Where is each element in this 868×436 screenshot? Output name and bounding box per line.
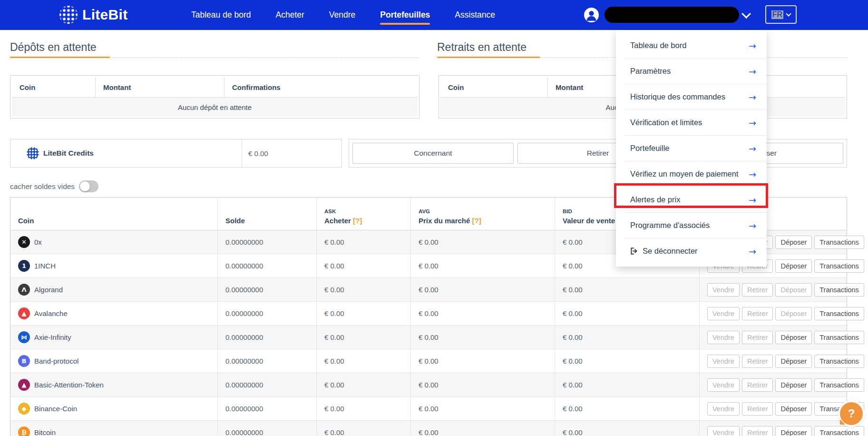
nav-vendre[interactable]: Vendre (329, 10, 355, 20)
transactions-button[interactable]: Transactions (814, 426, 864, 436)
coin-name: Basic-Attention-Token (34, 381, 104, 389)
transactions-button[interactable]: Transactions (814, 307, 864, 320)
withdraw-button[interactable]: Retirer (742, 426, 773, 436)
coin-cell: ΛAlgorand (10, 278, 218, 301)
sell-value-cell: € 0.00 (555, 302, 700, 325)
actions-cell: VendreRetirerDéposerTransactions (700, 278, 868, 301)
withdraw-button[interactable]: Retirer (742, 331, 773, 344)
withdrawals-section-title: Retraits en attente (437, 41, 527, 54)
transactions-button[interactable]: Transactions (814, 378, 864, 392)
table-row-band-protocol: BBand-protocol0.00000000€ 0.00€ 0.00€ 0.… (10, 349, 847, 373)
litebit-credits-balance: € 0.00 (242, 139, 268, 167)
user-avatar-icon[interactable] (584, 8, 599, 22)
withdraw-button[interactable]: Retirer (742, 307, 773, 320)
withdraw-button[interactable]: Retirer (742, 355, 773, 368)
bitcoin-icon: ₿ (18, 426, 30, 436)
sell-button[interactable]: Vendre (707, 426, 740, 436)
coin-header-label: Coin (18, 217, 217, 225)
nav-assistance[interactable]: Assistance (455, 10, 495, 20)
withdraw-button[interactable]: Retirer (742, 283, 773, 297)
menu-item-programme-d-associes[interactable]: Programme d'associés→ (616, 213, 767, 238)
deposit-button[interactable]: Déposer (775, 236, 812, 249)
column-header-acheter: ASK Acheter [?] (317, 198, 411, 230)
hide-empty-balances-label: cacher soldes vides (10, 182, 75, 191)
actions-cell: VendreRetirerDéposerTransactions (700, 302, 868, 325)
buy-price-cell: € 0.00 (317, 302, 411, 325)
language-selector[interactable]: FR (765, 5, 797, 24)
deposit-button[interactable]: Déposer (775, 378, 812, 392)
sell-button[interactable]: Vendre (707, 402, 740, 416)
sell-button[interactable]: Vendre (707, 307, 740, 320)
column-header-coin: Coin (12, 77, 96, 97)
transactions-button[interactable]: Transactions (814, 236, 864, 249)
sell-button[interactable]: Vendre (707, 378, 740, 392)
deposit-button[interactable]: Déposer (775, 426, 812, 436)
menu-item-verification-et-limites[interactable]: Vérification et limites→ (616, 110, 767, 135)
market-price-cell: € 0.00 (411, 254, 555, 277)
menu-item-parametres[interactable]: Paramètres→ (616, 59, 767, 84)
menu-item-label: Vérifiez un moyen de paiement (630, 169, 749, 178)
nav-acheter[interactable]: Acheter (276, 10, 304, 20)
sell-button[interactable]: Vendre (707, 331, 740, 344)
deposit-button[interactable]: Déposer (775, 355, 812, 368)
basic-attention-token-icon: ▲ (18, 379, 30, 391)
nav-tableau-de-bord[interactable]: Tableau de bord (191, 10, 251, 20)
column-header-solde: Solde (218, 198, 317, 230)
transactions-button[interactable]: Transactions (814, 355, 864, 368)
sell-value-cell: € 0.00 (555, 373, 700, 396)
hide-empty-balances-toggle[interactable] (79, 180, 98, 192)
coin-cell: 11INCH (10, 254, 218, 277)
coin-cell: ▲Basic-Attention-Token (10, 373, 218, 396)
alertes-de-prix-highlight (614, 183, 768, 208)
deposits-section-title: Dépôts en attente (10, 41, 97, 54)
menu-item-historique-des-commandes[interactable]: Historique des commandes→ (616, 84, 767, 109)
transactions-button[interactable]: Transactions (814, 283, 864, 297)
about-credits-button[interactable]: Concernant (352, 143, 514, 164)
1inch-icon: 1 (18, 260, 30, 272)
deposits-title-rule (10, 57, 419, 58)
help-button[interactable]: ? (840, 402, 863, 425)
balance-cell: 0.00000000 (218, 326, 317, 349)
litebit-globe-icon (59, 6, 78, 24)
menu-item-label: Vérification et limites (630, 118, 749, 127)
transactions-button[interactable]: Transactions (814, 259, 864, 273)
deposit-button[interactable]: Déposer (775, 259, 812, 273)
transactions-button[interactable]: Transactions (814, 331, 864, 344)
balance-cell: 0.00000000 (218, 254, 317, 277)
binance-coin-icon: ◆ (18, 403, 30, 415)
pending-deposits-table: Coin Montant Confirmations Aucun dépôt e… (10, 75, 419, 119)
column-header-coin: Coin (10, 198, 218, 230)
balance-cell: 0.00000000 (218, 349, 317, 373)
toggle-knob (80, 181, 90, 191)
withdraw-button[interactable]: Retirer (742, 378, 773, 392)
arrow-right-icon: → (749, 246, 756, 257)
chevron-down-icon[interactable] (741, 9, 751, 19)
litebit-credits-box: LiteBit Credits € 0.00 (10, 139, 342, 168)
market-price-cell: € 0.00 (411, 230, 555, 254)
sell-button[interactable]: Vendre (707, 355, 740, 368)
help-marker[interactable]: [?] (472, 217, 481, 225)
deposit-button[interactable]: Déposer (775, 283, 812, 297)
nav-portefeuilles[interactable]: Portefeuilles (380, 10, 430, 20)
sell-button[interactable]: Vendre (707, 283, 740, 297)
menu-item-tableau-de-bord[interactable]: Tableau de bord→ (616, 33, 767, 58)
litebit-credits-cell: LiteBit Credits (10, 139, 242, 167)
litebit-logo[interactable]: LiteBit (59, 6, 127, 24)
prix-du-marche-header-label: Prix du marché [?] (419, 217, 555, 225)
coin-cell: ✕0x (10, 230, 218, 254)
help-marker[interactable]: [?] (353, 217, 362, 225)
menu-item-portefeuille[interactable]: Portefeuille→ (616, 136, 767, 161)
withdraw-button[interactable]: Retirer (742, 402, 773, 416)
top-navigation-bar: LiteBit Tableau de bord Acheter Vendre P… (0, 0, 868, 30)
avalanche-icon: ▲ (18, 307, 30, 319)
deposit-button[interactable]: Déposer (775, 307, 812, 320)
language-code: FR (771, 10, 783, 19)
account-name-redacted[interactable] (605, 7, 739, 23)
actions-cell: VendreRetirerDéposerTransactions (700, 373, 868, 396)
menu-item-se-deconnecter[interactable]: Se déconnecter→ (616, 238, 767, 264)
arrow-right-icon: → (749, 143, 756, 154)
deposit-button[interactable]: Déposer (775, 402, 812, 416)
balance-cell: 0.00000000 (218, 421, 317, 436)
deposit-button[interactable]: Déposer (775, 331, 812, 344)
litebit-credits-label: LiteBit Credits (43, 149, 94, 158)
